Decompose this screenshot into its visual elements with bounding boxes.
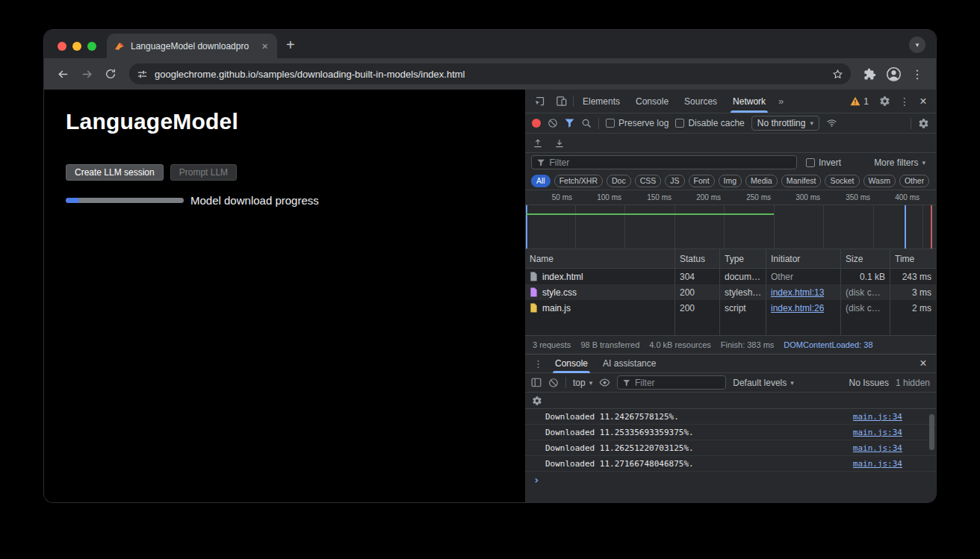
filter-chip-all[interactable]: All [531,175,551,187]
console-message-source-link[interactable]: main.js:34 [853,412,902,422]
devtools-menu-button[interactable]: ⋮ [896,93,913,110]
tab-close-button[interactable]: × [260,40,270,51]
filter-chip-media[interactable]: Media [745,175,778,187]
preserve-log-checkbox[interactable]: Preserve log [606,118,669,128]
network-settings-button[interactable] [918,118,929,129]
close-window-button[interactable] [58,42,66,51]
timeline-label: 200 ms [679,193,721,202]
reload-button[interactable] [99,63,122,85]
filter-chip-wasm[interactable]: Wasm [863,175,896,187]
bookmark-star-button[interactable] [832,69,843,80]
network-overview-timeline[interactable]: 50 ms 100 ms 150 ms 200 ms 250 ms 300 ms… [525,190,936,249]
devtools-settings-button[interactable] [875,93,894,110]
star-icon [832,69,843,80]
filter-chip-doc[interactable]: Doc [607,175,631,187]
console-settings-button[interactable] [532,396,542,406]
invert-checkbox[interactable]: Invert [806,157,841,168]
drawer-tab-console[interactable]: Console [548,355,595,373]
timeline-activity-line [526,213,774,215]
record-network-log-button[interactable] [532,119,541,128]
filter-chip-css[interactable]: CSS [635,175,662,187]
profile-button[interactable] [882,63,905,85]
console-filter-field[interactable] [635,378,720,388]
minimize-window-button[interactable] [72,42,81,51]
devtools-tab-sources[interactable]: Sources [677,90,724,113]
column-header-name[interactable]: Name [525,249,675,268]
url-bar[interactable]: googlechrome.github.io/samples/downloadi… [129,63,851,84]
column-header-time[interactable]: Time [890,249,936,268]
initiator-link[interactable]: index.html:26 [771,303,824,313]
console-filter-input[interactable] [617,375,726,390]
drawer-close-button[interactable]: × [915,355,931,372]
issues-warning-button[interactable]: 1 [846,96,872,107]
import-har-button[interactable] [533,138,543,149]
site-settings-icon[interactable] [137,69,148,80]
maximize-window-button[interactable] [87,42,96,51]
network-filter-field[interactable] [549,157,791,168]
document-file-icon [530,272,538,281]
initiator-link[interactable]: index.html:13 [771,287,824,298]
prompt-llm-button[interactable]: Prompt LLM [170,164,237,181]
sidebar-panel-icon [531,378,542,387]
devtools-close-button[interactable]: × [915,93,931,110]
stylesheet-file-icon [530,287,538,297]
disable-cache-checkbox[interactable]: Disable cache [675,118,744,128]
filter-toggle-button[interactable] [565,119,574,128]
drawer-scrollbar-thumb[interactable] [929,414,934,450]
console-sidebar-toggle-button[interactable] [531,378,542,387]
devtools-tab-network[interactable]: Network [726,90,772,113]
log-levels-select[interactable]: Default levels ▾ [733,378,794,388]
timeline-label: 50 ms [530,193,572,202]
network-request-row[interactable]: main.js 200 script index.html:26 (disk c… [525,300,936,316]
extensions-button[interactable] [858,63,881,85]
network-conditions-button[interactable] [826,118,837,128]
devtools-tab-console[interactable]: Console [629,90,675,113]
back-button[interactable] [52,63,74,85]
live-expression-button[interactable] [599,378,610,387]
clear-console-button[interactable] [548,378,559,388]
console-message-source-link[interactable]: main.js:34 [853,428,902,437]
filter-chip-font[interactable]: Font [689,175,715,187]
console-message-source-link[interactable]: main.js:34 [853,459,902,469]
dots-vertical-icon: ⋮ [899,96,910,107]
filter-chip-fetch-xhr[interactable]: Fetch/XHR [554,175,603,187]
execution-context-select[interactable]: top ▾ [573,378,592,388]
browser-tab[interactable]: LanguageModel downloadpro × [107,34,277,58]
drawer-tab-ai-assistance[interactable]: AI assistance [596,355,663,373]
more-tabs-button[interactable]: » [775,96,787,107]
create-llm-session-button[interactable]: Create LLM session [66,164,164,181]
hidden-messages-count[interactable]: 1 hidden [896,378,930,388]
network-filter-input[interactable] [531,155,797,169]
prompt-chevron-icon: › [533,474,539,486]
column-header-size[interactable]: Size [841,249,890,268]
forward-button[interactable] [75,63,98,85]
network-request-row[interactable]: index.html 304 docum… Other 0.1 kB 243 m… [525,269,936,284]
more-filters-button[interactable]: More filters ▾ [874,157,925,168]
devtools-tab-elements[interactable]: Elements [576,90,627,113]
filter-chip-manifest[interactable]: Manifest [781,175,822,187]
column-header-type[interactable]: Type [720,249,766,268]
filter-chip-js[interactable]: JS [665,175,684,187]
console-message-source-link[interactable]: main.js:34 [853,443,902,453]
tab-search-button[interactable]: ▾ [909,37,925,53]
dom-content-loaded-marker [905,205,906,249]
filter-chip-socket[interactable]: Socket [825,175,859,187]
throttling-select[interactable]: No throttling ▾ [751,116,819,131]
clear-network-log-button[interactable] [548,118,558,128]
browser-menu-button[interactable]: ⋮ [906,63,928,85]
throttling-value: No throttling [757,118,806,128]
issues-status[interactable]: No Issues [849,378,889,388]
column-header-status[interactable]: Status [675,249,720,268]
console-prompt[interactable]: › [525,472,936,488]
filter-chip-img[interactable]: Img [719,175,742,187]
network-search-button[interactable] [581,118,592,128]
new-tab-button[interactable]: + [286,37,295,52]
inspect-element-button[interactable] [530,93,549,110]
export-har-button[interactable] [554,138,565,149]
filter-chip-other[interactable]: Other [899,175,929,187]
device-toolbar-button[interactable] [551,93,571,110]
drawer-menu-button[interactable]: ⋮ [530,358,547,369]
network-conditions-icon [826,118,837,128]
column-header-initiator[interactable]: Initiator [766,249,841,268]
network-request-row[interactable]: style.css 200 stylesh… index.html:13 (di… [525,284,936,300]
